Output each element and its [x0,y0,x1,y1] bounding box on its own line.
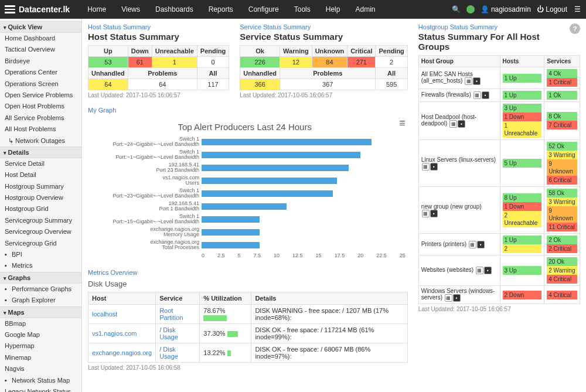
status-cell[interactable]: 84 [312,57,347,68]
status-cell[interactable]: 53 [88,57,128,68]
sidebar-item[interactable]: Open Host Problems [0,101,81,112]
sidebar-header[interactable]: Quick View [0,21,81,33]
sidebar-item[interactable]: Host Detail [0,169,81,180]
chart-bar[interactable] [202,139,372,145]
hostgroup-name[interactable]: Firewalls (firewalls) ▦▪ [418,89,500,102]
sidebar-item[interactable]: Operations Center [0,67,81,78]
status-pill[interactable]: 58 Ok [547,189,577,197]
hamburger-icon[interactable]: ☰ [573,5,581,13]
status-pill[interactable]: 1 Unreachable [503,121,542,138]
chart-bar[interactable] [202,165,349,171]
sidebar-item[interactable]: Home Dashboard [0,33,81,44]
sidebar-item[interactable]: ▪Metrics [0,260,81,271]
status-pill[interactable]: 2 Down [503,291,542,299]
detail-icon[interactable]: ▪ [430,163,438,171]
nav-dashboards[interactable]: Dashboards [148,1,200,18]
status-cell[interactable]: 2 [376,57,407,68]
sidebar-item[interactable]: Servicegroup Summary [0,215,81,226]
sidebar-item[interactable]: ↳Network Outages [0,135,81,146]
host-link[interactable]: vs1.nagios.com [92,330,137,337]
nav-home[interactable]: Home [80,1,113,18]
status-pill[interactable]: 1 Up [503,236,542,244]
sidebar-item[interactable]: ▪Graph Explorer [0,295,81,306]
status-pill[interactable]: 2 Unreachable [503,211,542,227]
status-pill[interactable]: 3 Up [503,266,542,275]
status-pill[interactable]: 7 Critical [547,121,577,129]
sidebar-item[interactable]: Servicegroup Grid [0,238,81,249]
sidebar-item[interactable]: BBmap [0,318,81,329]
nav-admin[interactable]: Admin [348,1,382,18]
status-cell[interactable]: 117 [197,79,229,90]
chart-bar[interactable] [202,190,333,197]
hostgroup-name[interactable]: Websites (websites) ▦▪ [418,255,500,286]
status-pill[interactable]: 8 Ok [547,112,577,121]
status-pill[interactable]: 4 Critical [547,291,577,299]
sidebar-item[interactable]: Legacy Network Status Map [0,386,81,392]
service-link[interactable]: / Disk Usage [159,326,178,340]
status-pill[interactable]: 6 Critical [547,176,577,185]
host-link[interactable]: exchange.nagios.org [92,349,152,356]
nav-views[interactable]: Views [114,1,147,18]
status-pill[interactable]: 3 Warning [547,197,577,206]
status-pill[interactable]: 3 Up [503,104,542,113]
sidebar-item[interactable]: All Service Problems [0,113,81,124]
status-cell[interactable]: 367 [280,79,376,90]
sidebar-item[interactable]: Servicegroup Overview [0,226,81,237]
grid-icon[interactable]: ▦ [469,241,476,248]
hostgroup-name[interactable]: new group (new group) ▦▪ [418,187,500,234]
detail-icon[interactable]: ▪ [430,210,438,217]
service-link[interactable]: Root Partition [159,307,183,321]
sidebar-header[interactable]: Maps [0,306,81,318]
sidebar-header[interactable]: Details [0,146,81,158]
status-pill[interactable]: 4 Ok [547,69,577,78]
status-cell[interactable]: 1 [152,57,197,68]
logout-link[interactable]: ⏻ Logout [537,5,567,13]
detail-icon[interactable]: ▪ [477,241,485,248]
status-cell[interactable]: 64 [128,79,197,90]
sidebar-item[interactable]: Service Detail [0,158,81,169]
chart-bar[interactable] [202,242,260,248]
sidebar-item[interactable]: Minemap [0,352,81,363]
status-pill[interactable]: 2 [503,244,542,253]
nav-help[interactable]: Help [319,1,347,18]
chart-bar[interactable] [202,178,337,184]
detail-icon[interactable]: ▪ [473,77,481,85]
user-menu[interactable]: 👤 nagiosadmin [481,5,531,13]
chart-bar[interactable] [202,216,260,223]
status-pill[interactable]: 9 Unknown [547,206,577,223]
sidebar-item[interactable]: ▪Performance Graphs [0,284,81,295]
detail-icon[interactable]: ▪ [453,294,461,302]
sidebar-header[interactable]: Graphs [0,272,81,284]
status-pill[interactable]: 9 Unknown [547,159,577,176]
brand-logo[interactable]: Datacenter.lk [5,5,70,14]
grid-icon[interactable]: ▦ [445,294,452,302]
sidebar-item[interactable]: Hostgroup Overview [0,192,81,203]
status-cell[interactable]: 12 [280,57,312,68]
status-cell[interactable]: 61 [128,57,152,68]
grid-icon[interactable]: ▦ [473,91,481,99]
chart-bar[interactable] [202,229,260,236]
chart-menu-icon[interactable]: ≡ [399,117,406,129]
status-pill[interactable]: 11 Critical [547,223,577,231]
status-pill[interactable]: 2 Ok [547,236,577,244]
sidebar-item[interactable]: ▪BPI [0,249,81,260]
status-cell[interactable]: 271 [347,57,376,68]
sidebar-item[interactable]: ▪Network Status Map [0,375,81,386]
sidebar-item[interactable]: Hypermap [0,340,81,352]
status-pill[interactable]: 20 Ok [547,257,577,266]
hostgroup-name[interactable]: Linux Servers (linux-servers) ▦▪ [418,140,500,187]
status-pill[interactable]: 1 Critical [547,78,577,87]
detail-icon[interactable]: ▪ [484,267,492,274]
status-pill[interactable]: 1 Up [503,91,542,100]
host-status-link[interactable]: Host Status Summary [88,23,229,30]
grid-icon[interactable]: ▦ [422,210,430,217]
status-pill[interactable]: 1 Down [503,202,542,211]
detail-icon[interactable]: ▪ [482,91,489,99]
chart-bar[interactable] [202,152,360,158]
sidebar-item[interactable]: Operations Screen [0,79,81,90]
sidebar-item[interactable]: Google Map [0,329,81,340]
status-cell[interactable]: 0 [197,57,229,68]
status-cell[interactable]: 226 [240,57,280,68]
status-pill[interactable]: 2 Warning [547,266,577,275]
help-icon[interactable]: ? [570,23,580,34]
